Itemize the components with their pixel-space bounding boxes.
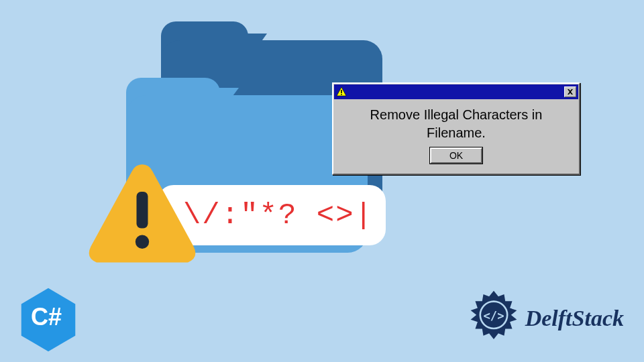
svg-rect-2 [341, 90, 342, 93]
brand-name: DelftStack [525, 306, 624, 331]
csharp-label: C# [31, 303, 62, 331]
error-dialog: Remove Illegal Characters in Filename. O… [332, 82, 580, 175]
dialog-titlebar [334, 84, 578, 99]
dialog-message-line1: Remove Illegal Characters in [370, 107, 543, 122]
svg-text:</>: </> [483, 309, 504, 322]
close-button[interactable] [564, 86, 576, 97]
brand-mark-icon: </> [465, 290, 523, 347]
dialog-message-line2: Filename. [427, 125, 486, 140]
dialog-warning-icon [336, 86, 347, 97]
dialog-body: Remove Illegal Characters in Filename. O… [334, 99, 578, 173]
dialog-message: Remove Illegal Characters in Filename. [342, 106, 570, 142]
svg-point-1 [136, 235, 149, 249]
ok-button[interactable]: OK [430, 147, 482, 164]
warning-icon [85, 158, 199, 272]
svg-rect-0 [137, 192, 148, 228]
svg-rect-3 [341, 94, 342, 95]
illegal-chars-text: \/:"*? <>| [170, 198, 374, 232]
brand-logo: </> DelftStack [465, 290, 624, 347]
